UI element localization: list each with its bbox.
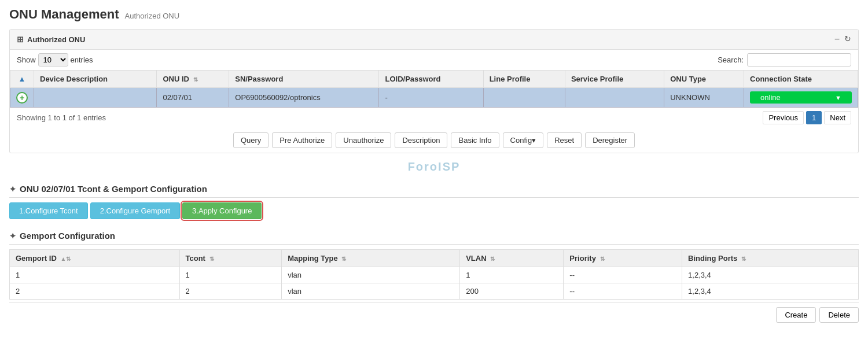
search-area: Search: bbox=[718, 53, 851, 67]
puzzle-icon: ✦ bbox=[9, 184, 16, 194]
table-icon: ⊞ bbox=[17, 35, 24, 44]
search-input[interactable] bbox=[747, 53, 851, 67]
row-select-cell bbox=[10, 88, 34, 108]
row-service-profile bbox=[565, 88, 664, 108]
priority-sort-icon: ⇅ bbox=[600, 256, 605, 262]
panel-title: Authorized ONU bbox=[27, 35, 85, 44]
grow1-binding-ports: 1,2,3,4 bbox=[682, 267, 859, 283]
page-1-button[interactable]: 1 bbox=[806, 111, 822, 124]
pagination-controls: Previous 1 Next bbox=[763, 111, 851, 124]
table-row[interactable]: 02/07/01 OP6900560092/optronics - UNKNOW… bbox=[10, 88, 858, 108]
tab-configure-gemport[interactable]: 2.Configure Gemport bbox=[90, 202, 180, 219]
refresh-icon[interactable]: ↻ bbox=[844, 34, 851, 45]
tab-apply-configure[interactable]: 3.Apply Configure bbox=[182, 202, 262, 219]
gemport-id-sort-icon: ▲⇅ bbox=[60, 256, 71, 262]
row-onu-type: UNKNOWN bbox=[664, 88, 744, 108]
gemport-section: ✦ Gemport Configuration Gemport ID ▲⇅ Tc… bbox=[9, 227, 859, 327]
onu-table: ▲ Device Description ONU ID ⇅ SN/Passwor… bbox=[10, 70, 858, 108]
grow2-gemport-id: 2 bbox=[10, 283, 180, 300]
next-button[interactable]: Next bbox=[824, 111, 851, 124]
col-onu-id: ONU ID ⇅ bbox=[157, 71, 229, 88]
main-panel: ⊞ Authorized ONU − ↻ Show 10 25 50 100 e… bbox=[9, 29, 859, 153]
row-line-profile bbox=[483, 88, 565, 108]
gcol-binding-ports: Binding Ports ⇅ bbox=[682, 250, 859, 267]
entries-label: entries bbox=[71, 56, 93, 64]
col-loid-password: LOID/Password bbox=[379, 71, 483, 88]
sort-asc-icon: ▲ bbox=[19, 75, 26, 83]
config-section: ✦ ONU 02/07/01 Tcont & Gemport Configura… bbox=[9, 180, 859, 219]
grow1-priority: -- bbox=[564, 267, 682, 283]
page-title: ONU Management bbox=[9, 7, 119, 22]
gemport-table-section: Gemport ID ▲⇅ Tcont ⇅ Mapping Type ⇅ VLA… bbox=[9, 249, 859, 327]
minimize-icon[interactable]: − bbox=[834, 34, 840, 45]
row-loid-password: - bbox=[379, 88, 483, 108]
grow1-vlan: 1 bbox=[460, 267, 564, 283]
gcol-gemport-id: Gemport ID ▲⇅ bbox=[10, 250, 180, 267]
mapping-type-sort-icon: ⇅ bbox=[341, 256, 346, 262]
grow2-vlan: 200 bbox=[460, 283, 564, 300]
panel-header: ⊞ Authorized ONU − ↻ bbox=[10, 29, 858, 50]
gemport-section-title: Gemport Configuration bbox=[20, 231, 115, 241]
row-sn-password: OP6900560092/optronics bbox=[229, 88, 379, 108]
row-description bbox=[34, 88, 157, 108]
vlan-sort-icon: ⇅ bbox=[490, 256, 495, 262]
table-header-row: ▲ Device Description ONU ID ⇅ SN/Passwor… bbox=[10, 71, 858, 88]
reset-button[interactable]: Reset bbox=[547, 132, 582, 148]
gemport-row-1[interactable]: 1 1 vlan 1 -- 1,2,3,4 bbox=[10, 267, 859, 283]
config-tabs: 1.Configure Tcont 2.Configure Gemport 3.… bbox=[9, 202, 859, 219]
delete-button[interactable]: Delete bbox=[819, 307, 859, 323]
online-text: online bbox=[760, 93, 781, 102]
pagination-area: Showing 1 to 1 of 1 entries Previous 1 N… bbox=[10, 108, 858, 128]
gemport-header-row: Gemport ID ▲⇅ Tcont ⇅ Mapping Type ⇅ VLA… bbox=[10, 250, 859, 267]
page-header: ONU Management Authorized ONU bbox=[0, 0, 868, 24]
show-label: Show bbox=[17, 56, 36, 64]
col-connection-state: Connection State bbox=[744, 71, 858, 88]
gemport-section-header: ✦ Gemport Configuration bbox=[9, 227, 859, 245]
create-button[interactable]: Create bbox=[776, 307, 816, 323]
config-button[interactable]: Config▾ bbox=[503, 132, 544, 148]
search-label: Search: bbox=[718, 56, 744, 64]
page-subtitle: Authorized ONU bbox=[124, 12, 179, 20]
col-sn-password: SN/Password bbox=[229, 71, 379, 88]
show-entries-area: Show 10 25 50 100 entries bbox=[17, 53, 93, 67]
action-buttons-area: Query Pre Authorize Unauthorize Descript… bbox=[10, 128, 858, 153]
gcol-mapping-type: Mapping Type ⇅ bbox=[282, 250, 460, 267]
watermark: ForoISP bbox=[0, 158, 868, 176]
gcol-priority: Priority ⇅ bbox=[564, 250, 682, 267]
gemport-table: Gemport ID ▲⇅ Tcont ⇅ Mapping Type ⇅ VLA… bbox=[9, 249, 859, 300]
col-service-profile: Service Profile bbox=[565, 71, 664, 88]
gcol-vlan: VLAN ⇅ bbox=[460, 250, 564, 267]
col-onu-type: ONU Type bbox=[664, 71, 744, 88]
config-section-title: ONU 02/07/01 Tcont & Gemport Configurati… bbox=[20, 184, 207, 194]
tcont-sort-icon: ⇅ bbox=[209, 256, 214, 262]
row-onu-id: 02/07/01 bbox=[157, 88, 229, 108]
pre-authorize-button[interactable]: Pre Authorize bbox=[272, 132, 332, 148]
gemport-puzzle-icon: ✦ bbox=[9, 231, 16, 241]
grow2-binding-ports: 1,2,3,4 bbox=[682, 283, 859, 300]
grow1-tcont: 1 bbox=[179, 267, 282, 283]
previous-button[interactable]: Previous bbox=[763, 111, 804, 124]
row-select-circle[interactable] bbox=[16, 92, 28, 104]
unauthorize-button[interactable]: Unauthorize bbox=[336, 132, 391, 148]
query-button[interactable]: Query bbox=[233, 132, 269, 148]
description-button[interactable]: Description bbox=[395, 132, 447, 148]
online-badge: online ▼ bbox=[750, 91, 852, 104]
panel-header-right: − ↻ bbox=[834, 34, 851, 45]
deregister-button[interactable]: Deregister bbox=[585, 132, 635, 148]
grow1-gemport-id: 1 bbox=[10, 267, 180, 283]
basic-info-button[interactable]: Basic Info bbox=[451, 132, 499, 148]
panel-header-left: ⊞ Authorized ONU bbox=[17, 35, 85, 44]
grow2-priority: -- bbox=[564, 283, 682, 300]
grow2-mapping-type: vlan bbox=[282, 283, 460, 300]
col-device-description: Device Description bbox=[34, 71, 157, 88]
grow2-tcont: 2 bbox=[179, 283, 282, 300]
pagination-info: Showing 1 to 1 of 1 entries bbox=[17, 113, 106, 122]
gcol-tcont: Tcont ⇅ bbox=[179, 250, 282, 267]
gemport-row-2[interactable]: 2 2 vlan 200 -- 1,2,3,4 bbox=[10, 283, 859, 300]
entries-select[interactable]: 10 25 50 100 bbox=[38, 53, 68, 67]
grow1-mapping-type: vlan bbox=[282, 267, 460, 283]
col-line-profile: Line Profile bbox=[483, 71, 565, 88]
tab-configure-tcont[interactable]: 1.Configure Tcont bbox=[9, 202, 88, 219]
dropdown-chevron-icon: ▼ bbox=[835, 94, 841, 101]
row-connection-state: online ▼ bbox=[744, 88, 858, 108]
